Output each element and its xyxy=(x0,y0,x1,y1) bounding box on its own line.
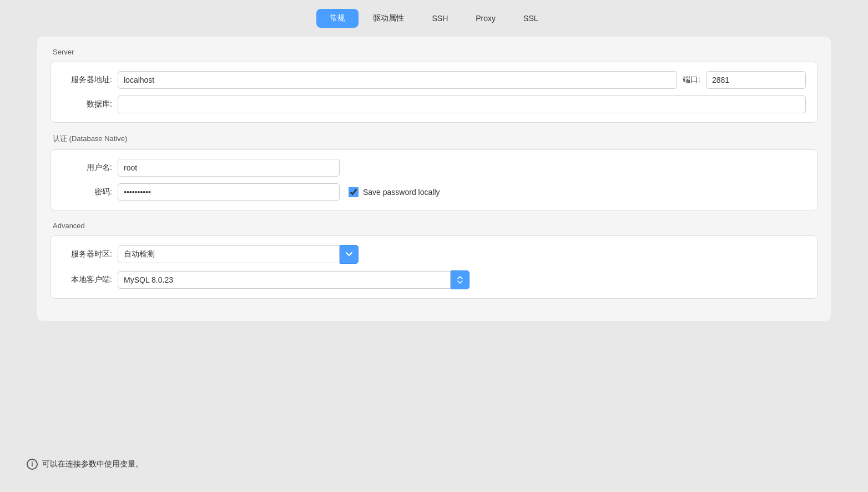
timezone-dropdown-button[interactable] xyxy=(340,245,359,264)
server-section-title: Server xyxy=(51,48,817,56)
tab-general[interactable]: 常规 xyxy=(316,9,359,28)
username-label: 用户名: xyxy=(62,163,112,173)
auth-section-title: 认证 (Database Native) xyxy=(51,134,817,144)
save-password-label: Save password locally xyxy=(363,188,440,197)
info-text: 可以在连接参数中使用变量。 xyxy=(42,459,143,469)
bottom-info: i 可以在连接参数中使用变量。 xyxy=(13,448,157,481)
client-input[interactable] xyxy=(118,271,451,289)
client-spinner-container xyxy=(118,270,470,289)
tab-ssh[interactable]: SSH xyxy=(418,9,461,28)
username-input[interactable] xyxy=(118,159,340,177)
auth-section: 认证 (Database Native) 用户名: 密码: Save passw… xyxy=(51,134,817,210)
auth-section-body: 用户名: 密码: Save password locally xyxy=(51,149,817,210)
content-panel: Server 服务器地址: 端口: 数据库: xyxy=(37,37,831,321)
tab-bar: 常规 驱动属性 SSH Proxy SSL xyxy=(316,9,551,28)
password-row: 密码: Save password locally xyxy=(62,183,806,201)
timezone-label: 服务器时区: xyxy=(62,249,112,259)
timezone-select-container xyxy=(118,245,359,264)
client-row: 本地客户端: xyxy=(62,270,806,289)
timezone-input[interactable] xyxy=(118,245,340,263)
advanced-section-title: Advanced xyxy=(51,222,817,230)
server-address-row: 服务器地址: 端口: xyxy=(62,71,806,89)
client-label: 本地客户端: xyxy=(62,275,112,285)
database-label: 数据库: xyxy=(62,99,112,109)
password-input[interactable] xyxy=(118,183,340,201)
tab-proxy[interactable]: Proxy xyxy=(462,9,509,28)
chevron-down-icon xyxy=(346,252,352,257)
save-password-checkbox[interactable] xyxy=(349,187,359,197)
server-address-input[interactable] xyxy=(118,71,677,89)
advanced-section-body: 服务器时区: 本地客户端: xyxy=(51,235,817,299)
password-label: 密码: xyxy=(62,187,112,197)
advanced-section: Advanced 服务器时区: 本地客户 xyxy=(51,222,817,299)
username-row: 用户名: xyxy=(62,159,806,177)
password-row-inner: Save password locally xyxy=(118,183,440,201)
server-section-body: 服务器地址: 端口: 数据库: xyxy=(51,62,817,123)
save-password-row: Save password locally xyxy=(349,187,440,197)
server-section: Server 服务器地址: 端口: 数据库: xyxy=(51,48,817,123)
port-label: 端口: xyxy=(677,75,706,85)
info-icon: i xyxy=(27,459,38,470)
tab-driver[interactable]: 驱动属性 xyxy=(360,9,417,28)
port-input[interactable] xyxy=(706,71,806,89)
chevron-down-small-icon xyxy=(457,280,463,284)
database-input[interactable] xyxy=(118,96,806,113)
server-address-label: 服务器地址: xyxy=(62,75,112,85)
tab-ssl[interactable]: SSL xyxy=(510,9,551,28)
chevron-up-icon xyxy=(457,276,463,279)
timezone-row: 服务器时区: xyxy=(62,245,806,264)
database-row: 数据库: xyxy=(62,96,806,113)
client-spinner-button[interactable] xyxy=(451,270,470,289)
